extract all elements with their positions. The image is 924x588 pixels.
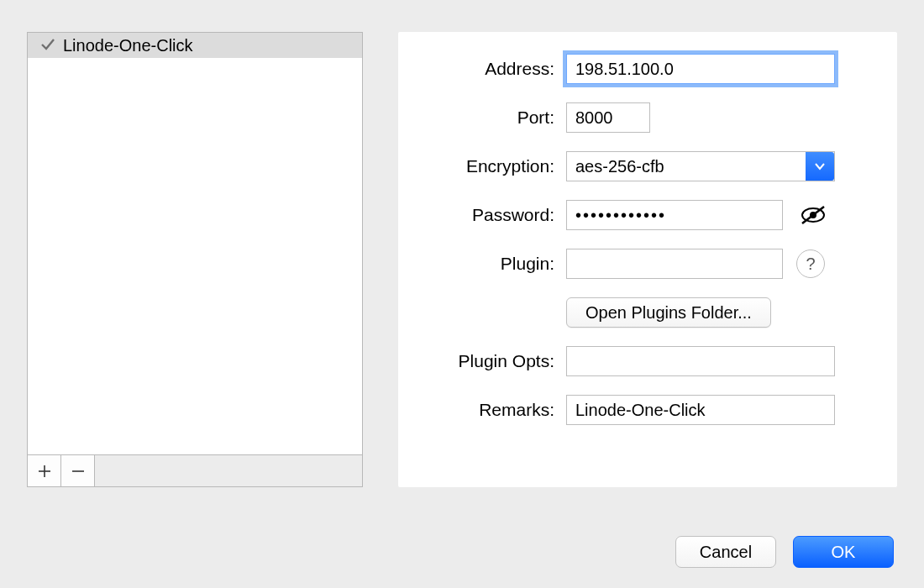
password-label: Password: bbox=[418, 205, 566, 225]
plugin-opts-input[interactable] bbox=[566, 346, 835, 376]
plugin-help-button[interactable]: ? bbox=[796, 249, 825, 278]
port-label: Port: bbox=[418, 108, 566, 128]
server-list-panel: Linode-One-Click bbox=[27, 32, 363, 487]
plugin-opts-label: Plugin Opts: bbox=[418, 351, 566, 371]
remarks-input[interactable] bbox=[566, 395, 835, 425]
eye-off-icon bbox=[799, 205, 827, 225]
cancel-button[interactable]: Cancel bbox=[675, 536, 776, 568]
encryption-label: Encryption: bbox=[418, 156, 566, 176]
open-plugins-folder-button[interactable]: Open Plugins Folder... bbox=[566, 297, 771, 328]
add-server-button[interactable] bbox=[28, 455, 61, 486]
plugin-input[interactable] bbox=[566, 249, 783, 279]
plugin-label: Plugin: bbox=[418, 254, 566, 274]
minus-icon bbox=[71, 465, 85, 478]
dialog-footer: Cancel OK bbox=[675, 536, 894, 568]
ok-button[interactable]: OK bbox=[793, 536, 894, 568]
port-input[interactable] bbox=[566, 102, 650, 133]
address-input[interactable] bbox=[566, 54, 835, 84]
remove-server-button[interactable] bbox=[61, 455, 95, 486]
server-list-item-label: Linode-One-Click bbox=[60, 36, 193, 55]
plus-icon bbox=[38, 465, 51, 478]
remarks-label: Remarks: bbox=[418, 400, 566, 420]
server-list-toolbar bbox=[27, 455, 363, 487]
question-mark-icon: ? bbox=[806, 255, 815, 274]
server-form: Address: Port: Encryption: aes-256-cfb bbox=[398, 32, 897, 487]
check-icon bbox=[36, 37, 60, 55]
encryption-select[interactable]: aes-256-cfb bbox=[566, 151, 835, 181]
server-list-item[interactable]: Linode-One-Click bbox=[28, 33, 362, 58]
toggle-password-visibility-button[interactable] bbox=[796, 200, 830, 230]
password-input[interactable] bbox=[566, 200, 783, 230]
chevron-down-icon bbox=[806, 152, 834, 181]
address-label: Address: bbox=[418, 59, 566, 79]
encryption-value: aes-256-cfb bbox=[575, 157, 664, 176]
server-list[interactable]: Linode-One-Click bbox=[27, 32, 363, 455]
